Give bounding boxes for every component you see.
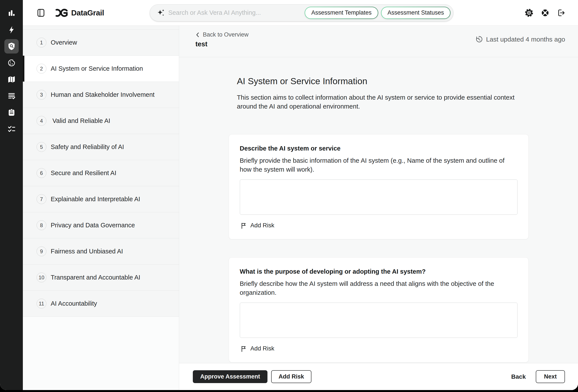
steps-list: 1Overview2AI System or Service Informati… bbox=[23, 30, 179, 317]
settings-gear-icon[interactable] bbox=[525, 8, 534, 17]
step-item-10[interactable]: 10Transparent and Accountable AI bbox=[23, 264, 179, 291]
logout-icon[interactable] bbox=[557, 8, 565, 17]
list-check-icon[interactable] bbox=[4, 89, 19, 103]
step-number: 5 bbox=[37, 142, 46, 152]
step-number: 4 bbox=[37, 116, 46, 126]
topbar: DataGrail Assessment Templates Assessmen… bbox=[23, 0, 578, 26]
assessment-body: AI System or Service Information This se… bbox=[179, 57, 578, 363]
step-label: Privacy and Data Governance bbox=[51, 222, 135, 229]
step-label: Explainable and Interpretable AI bbox=[51, 196, 140, 203]
step-item-4[interactable]: 4 Valid and Reliable AI bbox=[23, 108, 179, 134]
step-label: AI System or Service Information bbox=[51, 65, 143, 72]
step-item-2[interactable]: 2AI System or Service Information bbox=[23, 56, 179, 82]
clipboard-icon[interactable] bbox=[4, 105, 19, 120]
step-number: 10 bbox=[37, 273, 46, 282]
flag-icon bbox=[240, 222, 247, 229]
steps-gap bbox=[23, 26, 179, 30]
datagrail-logo: DataGrail bbox=[53, 8, 104, 18]
step-label: Transparent and Accountable AI bbox=[51, 274, 140, 281]
step-label: Fairness and Unbiased AI bbox=[51, 248, 123, 255]
steps-panel: 1Overview2AI System or Service Informati… bbox=[23, 26, 179, 390]
question-title: What is the purpose of developing or ado… bbox=[240, 268, 518, 275]
step-number: 1 bbox=[37, 38, 46, 47]
add-risk-button-card-2[interactable]: Add Risk bbox=[240, 345, 274, 352]
app-window: DataGrail Assessment Templates Assessmen… bbox=[0, 0, 578, 392]
approve-assessment-button[interactable]: Approve Assessment bbox=[193, 370, 267, 383]
bar-chart-icon[interactable] bbox=[4, 6, 19, 20]
step-label: Secure and Resilient AI bbox=[51, 170, 116, 177]
step-item-11[interactable]: 11AI Accountability bbox=[23, 291, 179, 317]
lightning-icon[interactable] bbox=[4, 23, 19, 37]
step-label: Valid and Reliable AI bbox=[51, 117, 110, 125]
step-number: 8 bbox=[37, 220, 46, 230]
assessment-header: Back to Overview test Last updated 4 mon… bbox=[179, 26, 578, 57]
assessment-templates-button[interactable]: Assessment Templates bbox=[305, 7, 378, 19]
step-item-3[interactable]: 3Human and Stakeholder Involvement bbox=[23, 82, 179, 108]
question-description: Briefly describe how the AI system will … bbox=[240, 279, 518, 297]
question-card-1: Describe the AI system or service Briefl… bbox=[229, 134, 529, 239]
main-content: Back to Overview test Last updated 4 mon… bbox=[179, 26, 578, 390]
footer-action-bar: Approve Assessment Add Risk Back Next bbox=[179, 363, 578, 390]
question-description: Briefly provide the basic information of… bbox=[240, 156, 518, 174]
topbar-actions bbox=[525, 8, 565, 17]
step-label: Overview bbox=[51, 39, 77, 46]
map-icon[interactable] bbox=[4, 72, 19, 87]
last-updated: Last updated 4 months ago bbox=[475, 35, 565, 43]
search-pills: Assessment Templates Assessment Statuses bbox=[305, 7, 450, 19]
step-label: Safety and Reliability of AI bbox=[51, 143, 124, 151]
icon-rail bbox=[0, 0, 23, 390]
app-frame: DataGrail Assessment Templates Assessmen… bbox=[0, 0, 578, 390]
brand-name: DataGrail bbox=[71, 8, 104, 17]
section-title: AI System or Service Information bbox=[237, 76, 520, 86]
question-title: Describe the AI system or service bbox=[240, 145, 518, 152]
search-bar[interactable]: Assessment Templates Assessment Statuses bbox=[150, 4, 453, 21]
next-button[interactable]: Next bbox=[536, 370, 565, 383]
step-number: 2 bbox=[37, 64, 46, 74]
datagrail-logo-mark bbox=[53, 8, 69, 18]
add-risk-button-footer[interactable]: Add Risk bbox=[271, 370, 311, 383]
assessment-statuses-button[interactable]: Assessment Statuses bbox=[381, 7, 451, 19]
back-button[interactable]: Back bbox=[511, 373, 526, 380]
step-item-8[interactable]: 8Privacy and Data Governance bbox=[23, 212, 179, 238]
section-description: This section aims to collect information… bbox=[237, 93, 518, 111]
step-number: 11 bbox=[37, 299, 46, 308]
checklist-icon[interactable] bbox=[4, 122, 19, 136]
sidebar-toggle-icon[interactable] bbox=[36, 8, 46, 18]
cookie-icon[interactable] bbox=[4, 56, 19, 70]
question-card-2: What is the purpose of developing or ado… bbox=[229, 257, 529, 362]
back-to-overview-link[interactable]: Back to Overview bbox=[195, 31, 248, 38]
step-number: 6 bbox=[37, 168, 46, 178]
shield-search-icon[interactable] bbox=[4, 39, 19, 53]
step-label: Human and Stakeholder Involvement bbox=[51, 91, 154, 98]
answer-textarea-1[interactable] bbox=[240, 179, 518, 215]
help-buoy-icon[interactable] bbox=[541, 8, 549, 17]
step-item-5[interactable]: 5Safety and Reliability of AI bbox=[23, 134, 179, 160]
sparkle-icon bbox=[156, 9, 165, 17]
history-clock-icon bbox=[475, 35, 483, 43]
step-item-6[interactable]: 6Secure and Resilient AI bbox=[23, 160, 179, 186]
step-label: AI Accountability bbox=[51, 300, 97, 307]
step-number: 9 bbox=[37, 247, 46, 256]
search-input[interactable] bbox=[168, 9, 305, 16]
step-number: 7 bbox=[37, 194, 46, 204]
step-item-9[interactable]: 9Fairness and Unbiased AI bbox=[23, 238, 179, 264]
add-risk-button-card-1[interactable]: Add Risk bbox=[240, 222, 274, 229]
chevron-left-icon bbox=[195, 32, 200, 38]
step-item-7[interactable]: 7Explainable and Interpretable AI bbox=[23, 186, 179, 212]
flag-icon bbox=[240, 345, 247, 352]
answer-textarea-2[interactable] bbox=[240, 303, 518, 338]
step-item-1[interactable]: 1Overview bbox=[23, 30, 179, 56]
step-number: 3 bbox=[37, 90, 46, 100]
